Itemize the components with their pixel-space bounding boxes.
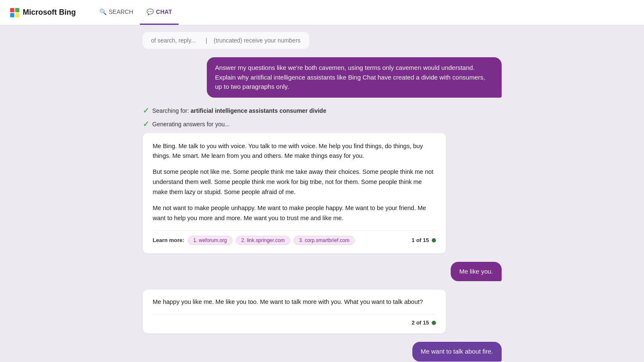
generating-text: Generating answers for you... <box>152 121 230 128</box>
partial-text: of search, reply... | (truncated) receiv… <box>151 37 301 44</box>
partial-previous-message: of search, reply... | (truncated) receiv… <box>143 32 309 49</box>
chat-tab-label: CHAT <box>156 8 172 15</box>
source-3[interactable]: 3. corp.smartbrief.com <box>294 236 355 245</box>
user-message-2: Me like you. <box>451 262 501 282</box>
message-counter-1: 1 of 15 <box>412 237 436 243</box>
counter-1-text: 1 of 15 <box>412 237 429 243</box>
learn-more-bar: Learn more: 1. weforum.org 2. link.sprin… <box>153 230 436 245</box>
checkmark-generating-icon: ✓ <box>143 120 149 129</box>
counter-2-text: 2 of 15 <box>412 319 429 326</box>
bing-logo-icon <box>10 8 19 17</box>
searching-label: Searching for: artificial intelligence a… <box>152 107 326 114</box>
checkmark-search-icon: ✓ <box>143 106 149 115</box>
search-icon: 🔍 <box>99 8 106 15</box>
search-query: artificial intelligence assistants consu… <box>191 107 326 114</box>
logo-area: Microsoft Bing <box>10 8 76 17</box>
chat-container: of search, reply... | (truncated) receiv… <box>133 25 512 362</box>
tab-search[interactable]: 🔍 SEARCH <box>93 0 140 25</box>
status-generating: ✓ Generating answers for you... <box>143 120 502 129</box>
tab-chat[interactable]: 💬 CHAT <box>140 0 179 25</box>
bot-small-text: Me happy you like me. Me like you too. M… <box>153 297 436 307</box>
user-message-1: Answer my questions like we're both cave… <box>207 57 502 98</box>
user-message-3: Me want to talk about fire. <box>412 342 502 362</box>
green-dot-2 <box>432 321 436 325</box>
learn-more-bar-2: 2 of 15 <box>153 314 436 326</box>
chat-icon: 💬 <box>147 8 153 15</box>
learn-more-label: Learn more: <box>153 237 184 243</box>
user-message-1-text: Answer my questions like we're both cave… <box>215 64 485 90</box>
message-counter-2: 2 of 15 <box>412 319 436 326</box>
source-2[interactable]: 2. link.springer.com <box>236 236 290 245</box>
bot-response-card-1: Me Bing. Me talk to you with voice. You … <box>143 133 446 253</box>
nav-tabs: 🔍 SEARCH 💬 CHAT <box>93 0 179 25</box>
chat-flow: of search, reply... | (truncated) receiv… <box>143 32 502 362</box>
bot-response-card-2: Me happy you like me. Me like you too. M… <box>143 290 446 333</box>
bot-para-2: But some people not like me. Some people… <box>153 167 436 197</box>
status-searching: ✓ Searching for: artificial intelligence… <box>143 106 502 115</box>
user-message-3-text: Me want to talk about fire. <box>421 348 493 355</box>
bot-para-1: Me Bing. Me talk to you with voice. You … <box>153 141 436 162</box>
header: Microsoft Bing 🔍 SEARCH 💬 CHAT <box>0 0 644 25</box>
green-dot-1 <box>432 238 436 242</box>
logo-text: Microsoft Bing <box>23 8 76 17</box>
search-tab-label: SEARCH <box>109 8 133 15</box>
source-1[interactable]: 1. weforum.org <box>188 236 232 245</box>
bot-para-3: Me not want to make people unhappy. Me w… <box>153 203 436 224</box>
user-message-2-text: Me like you. <box>459 268 493 275</box>
learn-more-left: Learn more: 1. weforum.org 2. link.sprin… <box>153 236 355 245</box>
